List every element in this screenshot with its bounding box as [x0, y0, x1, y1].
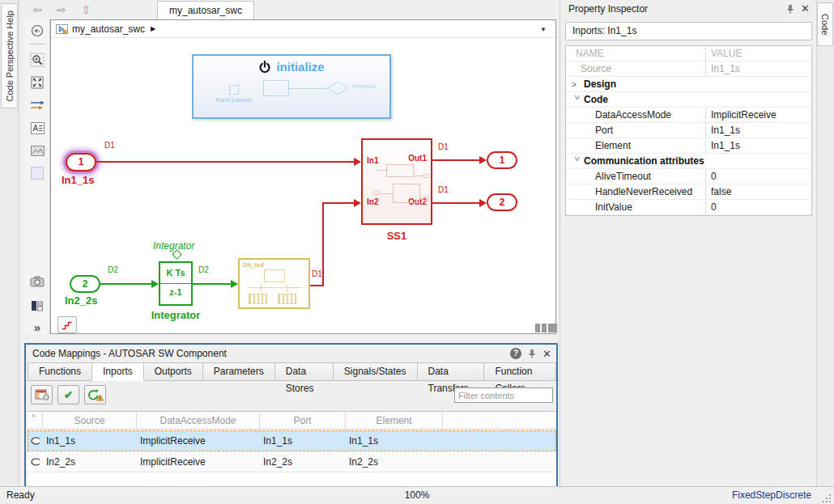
row-element[interactable]: Element In1_1s [566, 138, 811, 154]
section-design[interactable]: > Design [566, 77, 811, 92]
wire-buffer-v[interactable] [322, 202, 324, 286]
chevron-right-icon[interactable]: > [572, 77, 581, 92]
ss1-port-in2: In2 [367, 197, 378, 206]
table-row-in1-1s[interactable]: In1_1s ImplicitReceive In1_1s In1_1s [28, 430, 556, 451]
sample-time-legend-button[interactable] [57, 316, 77, 333]
wire-out2[interactable] [432, 202, 481, 204]
code-mappings-tabs: Functions Inports Outports Parameters Da… [28, 362, 556, 381]
more-tools-button[interactable]: » [24, 317, 50, 337]
image-button[interactable] [24, 141, 50, 160]
update-code-mappings-button[interactable] [31, 385, 53, 404]
prop-value[interactable]: In1_1s [705, 123, 811, 138]
area-button[interactable] [24, 163, 50, 183]
solver-name[interactable]: FixedStepDiscrete [732, 489, 811, 501]
prop-value[interactable]: false [705, 184, 811, 200]
chevron-down-icon[interactable]: > [569, 157, 585, 167]
wire-in1-to-ss1[interactable] [96, 161, 355, 163]
inport2-block[interactable]: 2 [70, 275, 100, 293]
cell-port[interactable]: In2_2s [260, 451, 346, 472]
inports-table-header[interactable]: ^ Source DataAccessMode Port Element [28, 412, 556, 430]
back-arrow-icon[interactable]: ⇦ [29, 2, 45, 17]
table-row-in2-2s[interactable]: In2_2s ImplicitReceive In2_2s In2_2s [28, 451, 556, 472]
initialize-subsystem-block[interactable]: initialize Event Listener Integrator [192, 54, 391, 119]
section-code[interactable]: > Code [566, 92, 811, 108]
cell-mode[interactable]: ImplicitReceive [137, 451, 260, 472]
chevron-down-icon[interactable]: > [569, 95, 585, 105]
ss1-inner-wire1 [377, 170, 386, 171]
tab-signals-states[interactable]: Signals/States [334, 362, 418, 381]
model-canvas[interactable]: my_autosar_swc ▶ ▼ initialize Event List… [50, 19, 556, 334]
section-communication-attributes[interactable]: > Communication attributes [566, 154, 811, 169]
tab-code-perspective-help[interactable]: Code Perspective Help [1, 3, 18, 108]
prop-name: Source [581, 61, 611, 77]
inport1-block[interactable]: 1 [66, 153, 96, 172]
tab-data-transfers[interactable]: Data Transfers [418, 362, 485, 381]
breadcrumb[interactable]: my_autosar_swc ▶ [51, 20, 555, 38]
cell-element[interactable]: In1_1s [346, 430, 443, 451]
screenshot-button[interactable] [24, 272, 50, 291]
outport2-block[interactable]: 2 [487, 193, 517, 211]
tab-function-callers[interactable]: Function Callers [484, 362, 556, 381]
prop-value[interactable]: 0 [705, 200, 811, 215]
wire-label-d1-in: D1 [104, 141, 115, 150]
hide-palette-button[interactable] [24, 21, 50, 40]
resize-grip-icon[interactable] [823, 494, 831, 502]
cell-mode[interactable]: ImplicitReceive [137, 430, 260, 451]
filter-input[interactable] [454, 388, 553, 403]
close-icon[interactable]: ✕ [543, 349, 551, 359]
tab-inports[interactable]: Inports [92, 362, 144, 381]
tab-code[interactable]: Code [817, 2, 833, 46]
tab-data-stores[interactable]: Data Stores [275, 362, 334, 381]
wire-buffer-h2[interactable] [322, 202, 355, 204]
row-source[interactable]: Source In1_1s [566, 61, 811, 77]
pin-icon[interactable] [528, 349, 536, 358]
wire-out1[interactable] [432, 159, 481, 161]
wire-in2-to-integrator[interactable] [100, 283, 152, 285]
cell-element[interactable]: In2_2s [346, 451, 443, 472]
wire-integrator-to-buffer[interactable] [193, 283, 232, 285]
tab-code-label: Code [820, 14, 830, 35]
prop-value[interactable]: 0 [705, 169, 811, 184]
signal-lines-button[interactable] [24, 95, 50, 115]
ss1-port-out1: Out1 [408, 154, 427, 163]
validate-mappings-button[interactable]: ✔ [57, 385, 79, 404]
buffer-block[interactable]: Db_buf [238, 258, 310, 309]
column-dataaccessmode[interactable]: DataAccessMode [137, 412, 260, 429]
fit-to-view-button[interactable] [24, 73, 50, 92]
model-icon [56, 24, 68, 34]
help-icon[interactable]: ? [510, 348, 521, 359]
close-icon[interactable]: ✕ [801, 3, 810, 14]
integrator-annotation: Integrator [153, 240, 194, 252]
tab-parameters[interactable]: Parameters [203, 362, 275, 381]
column-element[interactable]: Element [346, 412, 443, 429]
pin-icon[interactable] [786, 4, 794, 14]
outport1-block[interactable]: 1 [487, 151, 517, 169]
pane-indicator[interactable] [535, 324, 557, 332]
up-arrow-icon[interactable]: ⇧ [78, 2, 94, 17]
column-source[interactable]: Source [43, 412, 137, 429]
breadcrumb-dropdown-icon[interactable]: ▼ [540, 26, 547, 33]
wire-label-d2-out: D2 [198, 265, 209, 274]
tab-my-autosar-swc[interactable]: my_autosar_swc [157, 1, 254, 19]
column-port[interactable]: Port [260, 412, 346, 429]
ss1-subsystem-block[interactable]: In1 In2 Out1 Out2 [361, 138, 432, 225]
cell-source[interactable]: In2_2s [43, 451, 137, 472]
row-initvalue[interactable]: InitValue 0 [566, 200, 811, 215]
tab-functions[interactable]: Functions [28, 362, 92, 381]
refresh-warnings-button[interactable] [84, 385, 106, 404]
prop-value[interactable]: ImplicitReceive [705, 108, 811, 123]
integrator-block[interactable]: K Ts z-1 [159, 261, 193, 306]
cell-port[interactable]: In1_1s [260, 430, 346, 451]
row-dataaccessmode[interactable]: DataAccessMode ImplicitReceive [566, 108, 811, 123]
annotation-button[interactable]: A [24, 118, 50, 138]
forward-arrow-icon[interactable]: ⇨ [53, 2, 70, 17]
row-alivetimeout[interactable]: AliveTimeout 0 [566, 169, 811, 184]
prop-value[interactable]: In1_1s [705, 138, 811, 154]
zoom-region-button[interactable] [24, 50, 50, 70]
area-icon [31, 167, 44, 180]
cell-source[interactable]: In1_1s [43, 430, 137, 451]
tab-outports[interactable]: Outports [144, 362, 203, 381]
row-port[interactable]: Port In1_1s [566, 123, 811, 138]
model-data-button[interactable] [24, 296, 50, 316]
row-handleneverreceived[interactable]: HandleNeverReceived false [566, 184, 811, 200]
